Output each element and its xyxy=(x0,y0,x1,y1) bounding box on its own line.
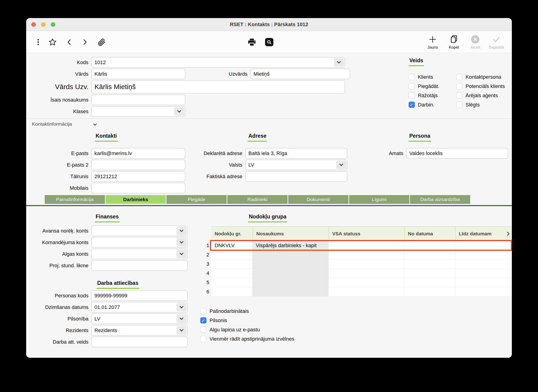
table-row[interactable] xyxy=(211,278,512,287)
veids-option-darbin[interactable]: ✓ Darbin. xyxy=(409,102,456,108)
scroll-right-icon[interactable] xyxy=(506,231,510,236)
more-options-icon[interactable] xyxy=(33,37,43,47)
rezidents-dropdown-button[interactable] xyxy=(176,326,187,335)
uzvards-input[interactable] xyxy=(250,69,350,79)
close-window-button[interactable] xyxy=(31,22,36,27)
checkbox[interactable]: ✓ xyxy=(409,92,415,98)
deklareta-adrese-input[interactable] xyxy=(245,148,347,159)
cell-vsa-statuss[interactable] xyxy=(328,287,404,296)
cell-vsa-statuss[interactable] xyxy=(328,241,404,250)
talrunis-input[interactable] xyxy=(91,171,185,182)
print-icon[interactable] xyxy=(247,37,257,47)
personas-kods-input[interactable] xyxy=(91,290,187,301)
forward-icon[interactable] xyxy=(80,37,90,47)
avansa-konts-input[interactable] xyxy=(91,226,187,236)
cell-no-datuma[interactable] xyxy=(404,259,455,268)
cell-no-datuma[interactable] xyxy=(404,287,455,296)
algas-konts-input[interactable] xyxy=(91,249,187,259)
algas-konts-dropdown-button[interactable] xyxy=(176,250,187,258)
klases-dropdown-button[interactable] xyxy=(174,107,184,116)
cell-vsa-statuss[interactable] xyxy=(328,278,404,287)
vards-input[interactable] xyxy=(91,69,185,79)
cell-vsa-statuss[interactable] xyxy=(328,250,404,259)
tab-darbinieks[interactable]: Darbinieks xyxy=(106,195,166,204)
checkbox[interactable]: ✓ xyxy=(200,317,206,323)
klases-input[interactable] xyxy=(91,106,185,117)
kods-input[interactable] xyxy=(91,57,345,68)
cell-nodoklu-gr[interactable] xyxy=(211,269,253,278)
checkbox[interactable]: ✓ xyxy=(200,308,206,314)
cell-no-datuma[interactable] xyxy=(404,278,455,287)
dzimsanas-datums-input[interactable] xyxy=(91,302,187,313)
option-vienmer-radit[interactable]: ✓ Vienmēr rādīt apstiprinājuma izvēlnes xyxy=(200,336,294,342)
mobilais-input[interactable] xyxy=(91,183,185,193)
isais-nosaukums-input[interactable] xyxy=(91,95,185,105)
tab-dokumenti[interactable]: Dokumenti xyxy=(288,195,348,204)
checkbox[interactable]: ✓ xyxy=(456,92,463,98)
table-row[interactable] xyxy=(211,269,512,278)
epasts-input[interactable] xyxy=(91,148,185,159)
cancel-button[interactable]: Atcelt xyxy=(465,34,486,50)
faktiska-adrese-input[interactable] xyxy=(245,171,347,182)
cell-nodoklu-gr[interactable] xyxy=(211,278,253,287)
amats-input[interactable] xyxy=(406,148,508,159)
cell-nosaukums[interactable] xyxy=(253,250,328,259)
cell-lidz-datumam[interactable] xyxy=(455,250,512,259)
tab-ligumi[interactable]: Līgumi xyxy=(349,195,409,204)
zoom-window-button[interactable] xyxy=(51,22,55,27)
valsts-input[interactable] xyxy=(245,160,347,170)
pilsoniba-dropdown-button[interactable] xyxy=(176,314,187,323)
dzimsanas-datums-dropdown-button[interactable] xyxy=(176,303,187,312)
table-row[interactable]: DNKVLV Vispārējs darbinieks - kapit xyxy=(211,241,512,250)
table-row[interactable] xyxy=(211,287,512,296)
checkbox[interactable]: ✓ xyxy=(409,102,415,108)
new-button[interactable]: Jauns xyxy=(422,34,443,50)
checkbox[interactable]: ✓ xyxy=(409,74,415,80)
tab-darba-aizsardziba[interactable]: Darba aizsardzība xyxy=(410,195,470,204)
cell-no-datuma[interactable] xyxy=(404,241,455,250)
cell-lidz-datumam[interactable] xyxy=(455,269,512,278)
veids-option-razotajs[interactable]: ✓ Ražotājs xyxy=(409,92,456,98)
save-button[interactable]: Saglabāt xyxy=(486,34,507,50)
option-pilsonis[interactable]: ✓ Pilsonis xyxy=(200,317,294,323)
minimize-window-button[interactable] xyxy=(41,22,46,27)
pilsoniba-input[interactable] xyxy=(91,313,187,324)
cell-nosaukums[interactable] xyxy=(253,278,328,287)
table-row[interactable] xyxy=(211,259,512,269)
veids-option-potencials-klients[interactable]: ✓ Potenciāls klients xyxy=(456,83,512,89)
valsts-dropdown-button[interactable] xyxy=(336,161,346,169)
cell-nosaukums[interactable]: Vispārējs darbinieks - kapit xyxy=(253,241,328,250)
cell-nodoklu-gr[interactable]: DNKVLV xyxy=(211,241,253,250)
cell-nosaukums[interactable] xyxy=(253,269,328,278)
copy-button[interactable]: Kopēt xyxy=(443,34,465,50)
cell-no-datuma[interactable] xyxy=(404,250,455,259)
cell-nodoklu-gr[interactable] xyxy=(211,250,253,259)
veids-option-klients[interactable]: ✓ Klients xyxy=(409,74,456,80)
kods-dropdown-button[interactable] xyxy=(334,58,344,67)
veids-option-piegadat[interactable]: ✓ Piegādāt. xyxy=(409,83,456,89)
checkbox[interactable]: ✓ xyxy=(409,83,415,89)
darba-att-veids-input[interactable] xyxy=(91,337,187,347)
epasts2-input[interactable] xyxy=(91,160,185,170)
attachment-icon[interactable] xyxy=(97,37,107,47)
veids-option-kontaktpersona[interactable]: ✓ Kontaktpersona xyxy=(456,74,512,80)
cell-no-datuma[interactable] xyxy=(404,269,455,278)
cell-lidz-datumam[interactable] xyxy=(455,287,512,296)
cell-nodoklu-gr[interactable] xyxy=(211,287,253,296)
cell-lidz-datumam[interactable] xyxy=(455,278,512,287)
cell-nosaukums[interactable] xyxy=(253,259,328,268)
option-pasnodarbinatais[interactable]: ✓ Pašnodarbinātais xyxy=(200,308,294,314)
rezidents-input[interactable] xyxy=(91,325,187,336)
veids-option-arejais-agents[interactable]: ✓ Ārējais aģents xyxy=(456,92,512,98)
checkbox[interactable]: ✓ xyxy=(200,327,206,333)
avansa-konts-dropdown-button[interactable] xyxy=(176,227,187,235)
komandejuma-konts-input[interactable] xyxy=(91,237,187,247)
tab-radinieki[interactable]: Radinieki xyxy=(227,195,288,204)
cell-vsa-statuss[interactable] xyxy=(328,259,404,268)
cell-vsa-statuss[interactable] xyxy=(328,269,404,278)
search-icon[interactable] xyxy=(264,37,274,47)
vards-uzv-input[interactable] xyxy=(91,80,345,93)
checkbox[interactable]: ✓ xyxy=(456,83,463,89)
checkbox[interactable]: ✓ xyxy=(200,336,206,342)
veids-option-slegts[interactable]: ✓ Slēgts xyxy=(456,102,512,108)
